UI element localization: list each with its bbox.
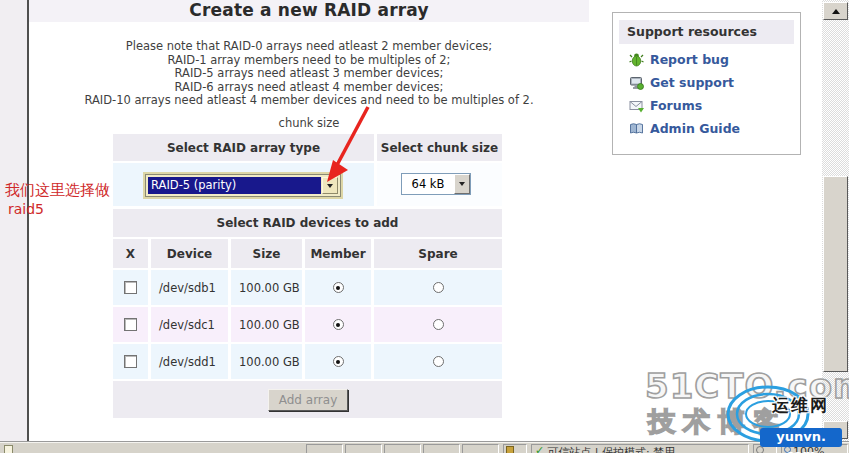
member-cell [305,307,371,342]
col-header-spare: Spare [374,239,502,268]
statusbar-zone-text: 可信站点 | 保护模式: 禁用 [547,445,675,453]
note-line: RAID-1 array members need to be multiple… [29,54,589,68]
annotation-text-cn: 我们这里选择做 [5,181,110,200]
device-name: /dev/sdd1 [151,344,228,379]
device-size: 100.00 GB [231,307,302,342]
shield-icon [506,446,514,453]
support-link-report-bug[interactable]: Report bug [629,52,800,67]
member-radio[interactable] [333,356,344,367]
device-checkbox[interactable] [124,318,137,331]
checkbox-cell [113,307,148,342]
note-line: RAID-6 arrays need atleast 4 member devi… [29,81,589,95]
statusbar-icon-pane [503,444,527,453]
watermark-logo-text: 运维网 [772,394,829,417]
chunk-size-header: Select chunk size [377,134,502,161]
bug-icon [629,52,644,67]
col-header-member: Member [305,239,371,268]
support-link-label[interactable]: Forums [650,98,702,113]
spare-cell [374,270,502,305]
note-line: RAID-10 arrays need atleast 4 member dev… [29,94,589,108]
trusted-check-icon: ✓ [535,445,544,453]
member-cell [305,344,371,379]
left-margin [0,0,27,441]
spare-cell [374,344,502,379]
support-link-get-support[interactable]: Get support [629,75,800,90]
member-radio[interactable] [333,282,344,293]
scroll-up-icon [832,9,840,14]
device-size: 100.00 GB [231,344,302,379]
support-link-forums[interactable]: Forums [629,98,800,113]
device-checkbox[interactable] [124,281,137,294]
checkbox-cell [113,344,148,379]
spare-radio[interactable] [433,282,444,293]
col-header-size: Size [231,239,302,268]
device-name: /dev/sdc1 [151,307,228,342]
device-checkbox[interactable] [124,355,137,368]
spare-cell [374,307,502,342]
spare-radio[interactable] [433,356,444,367]
device-size: 100.00 GB [231,270,302,305]
devices-table-title: Select RAID devices to add [113,209,502,237]
spare-radio[interactable] [433,319,444,330]
statusbar-pane [345,444,382,453]
chunk-size-label: chunk size [29,116,589,130]
watermark-logo-domain: yunvn. com [760,428,842,447]
col-header-device: Device [151,239,228,268]
scrollbar-thumb[interactable] [823,176,848,372]
statusbar-zone-pane: ✓ 可信站点 | 保护模式: 禁用 [531,444,749,453]
statusbar-pane [384,444,421,453]
support-link-label[interactable]: Get support [650,75,734,90]
support-link-admin-guide[interactable]: Admin Guide [629,121,800,136]
title-band: Create a new RAID array [29,0,589,22]
support-link-label[interactable]: Report bug [650,52,729,67]
device-name: /dev/sdb1 [151,270,228,305]
statusbar-pane [462,444,499,453]
member-radio[interactable] [333,319,344,330]
scroll-up-button[interactable] [823,2,848,20]
raid-type-select[interactable]: RAID-5 (parity) [145,174,341,197]
support-link-label[interactable]: Admin Guide [650,121,740,136]
note-line: Please note that RAID-0 arrays need atle… [29,40,589,54]
forum-icon [629,98,644,113]
page-doc-icon [4,445,13,453]
raid-type-selected-option: RAID-5 (parity) [148,177,321,194]
raid-create-page: Create a new RAID array Please note that… [0,0,849,453]
support-panel-title: Support resources [619,20,794,44]
checkbox-cell [113,270,148,305]
raid-notes: Please note that RAID-0 arrays need atle… [29,40,589,108]
member-cell [305,270,371,305]
statusbar-pane [306,444,343,453]
chunk-size-selected-option: 64 kB [402,174,454,194]
statusbar-pane [423,444,460,453]
dropdown-arrow-icon[interactable] [454,174,470,194]
annotation-text-raid5: raid5 [8,201,44,217]
chunk-size-select[interactable]: 64 kB [401,173,471,195]
support-icon [629,75,644,90]
watermark-yunvn-logo: 运维网 yunvn. com [722,384,842,450]
annotation-arrow [318,102,382,192]
page-title: Create a new RAID array [189,0,429,21]
add-array-button[interactable]: Add array [268,389,348,411]
book-icon [629,121,644,136]
support-resources-panel: Support resources Report bug Get su [612,12,801,155]
col-header-x: X [113,239,148,268]
note-line: RAID-5 arrays need atleast 3 member devi… [29,67,589,81]
